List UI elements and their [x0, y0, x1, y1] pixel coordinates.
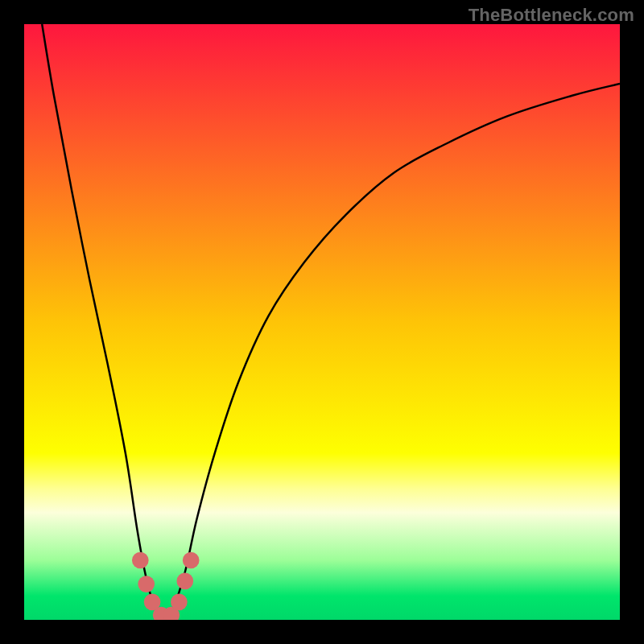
trough-marker: [171, 593, 188, 610]
trough-marker: [176, 573, 193, 590]
watermark-text: TheBottleneck.com: [469, 5, 634, 26]
trough-marker: [183, 552, 200, 569]
trough-marker: [132, 552, 149, 569]
chart-frame: TheBottleneck.com: [0, 0, 644, 644]
chart-svg: [24, 24, 620, 620]
trough-marker: [138, 576, 155, 592]
gradient-background: [24, 24, 620, 620]
plot-area: [24, 24, 620, 620]
